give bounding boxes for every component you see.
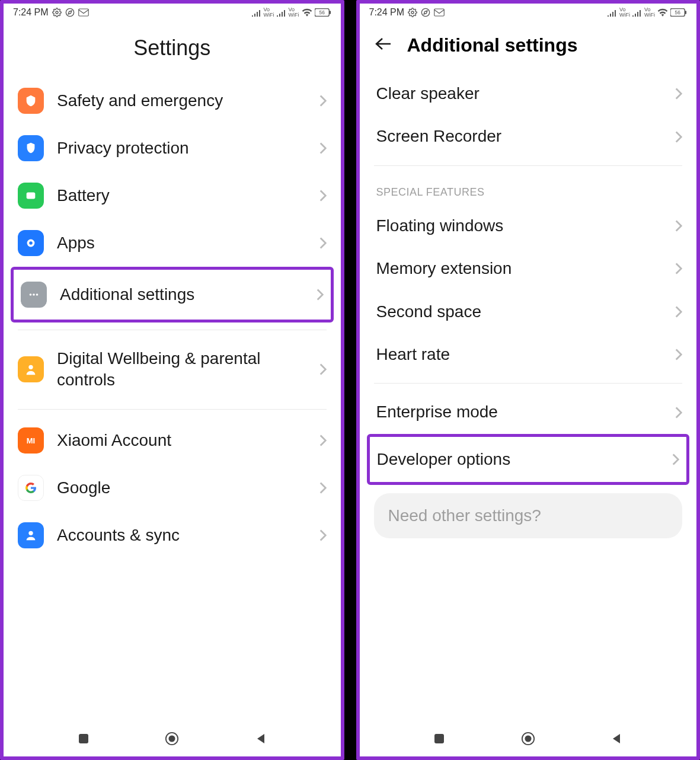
- wifi-icon: [302, 8, 312, 17]
- additional-settings-screen: 7:24 PM VoWiFi VoWiFi 56 Additional sett…: [356, 0, 701, 760]
- svg-point-1: [66, 8, 73, 16]
- divider: [18, 330, 327, 330]
- chevron-right-icon: [675, 349, 682, 360]
- settings-row-apps[interactable]: Apps: [13, 219, 331, 267]
- chevron-right-icon: [319, 435, 327, 446]
- nav-home-button[interactable]: [521, 732, 535, 746]
- svg-text:56: 56: [319, 9, 325, 15]
- nav-back-button[interactable]: [609, 732, 624, 746]
- additional-settings-list[interactable]: Clear speaker Screen Recorder SPECIAL FE…: [360, 72, 697, 723]
- settings-row-additional[interactable]: Additional settings: [14, 270, 331, 320]
- svg-rect-22: [434, 9, 445, 16]
- chevron-right-icon: [675, 306, 682, 318]
- gear-icon: [408, 8, 417, 17]
- settings-row-accounts[interactable]: Accounts & sync: [13, 512, 331, 559]
- chevron-right-icon: [675, 263, 682, 274]
- nav-recent-button[interactable]: [76, 732, 91, 746]
- svg-text:MI: MI: [27, 436, 35, 445]
- svg-point-12: [36, 293, 39, 296]
- status-bar: 7:24 PM VoWiFi VoWiFi 56: [360, 4, 697, 20]
- row-clear-speaker[interactable]: Clear speaker: [369, 72, 688, 115]
- status-time: 7:24 PM: [13, 7, 49, 18]
- search-hint[interactable]: Need other settings?: [374, 493, 683, 538]
- nav-back-button[interactable]: [254, 732, 268, 746]
- signal-icon-2: [632, 8, 642, 17]
- privacy-icon: [18, 135, 44, 161]
- nav-bar: [360, 723, 697, 756]
- vowifi-icon-2: VoWiFi: [289, 7, 299, 18]
- page-header: Settings: [4, 20, 341, 77]
- settings-screen: 7:24 PM VoWiFi VoWiFi 56 Settings Safety…: [0, 0, 344, 760]
- svg-point-28: [525, 735, 531, 742]
- svg-point-0: [56, 11, 58, 14]
- google-icon: [18, 475, 44, 501]
- status-time: 7:24 PM: [369, 7, 405, 18]
- chevron-right-icon: [319, 142, 327, 154]
- status-bar: 7:24 PM VoWiFi VoWiFi 56: [4, 4, 341, 20]
- page-title: Settings: [15, 36, 329, 60]
- svg-marker-2: [68, 11, 72, 14]
- svg-point-20: [421, 8, 429, 16]
- svg-rect-24: [685, 11, 686, 14]
- svg-rect-26: [434, 734, 444, 743]
- chevron-right-icon: [675, 88, 682, 100]
- safety-icon: [18, 88, 44, 114]
- row-floating-windows[interactable]: Floating windows: [369, 205, 688, 247]
- additional-icon: [21, 282, 47, 308]
- nav-recent-button[interactable]: [432, 732, 446, 746]
- nav-bar: [4, 723, 341, 756]
- settings-row-google[interactable]: Google: [13, 464, 331, 512]
- digital-icon: [18, 356, 44, 382]
- gmail-icon: [78, 8, 89, 17]
- wifi-icon: [657, 8, 668, 17]
- row-second-space[interactable]: Second space: [369, 290, 688, 333]
- battery-icon: 56: [670, 8, 687, 17]
- chevron-right-icon: [317, 289, 324, 301]
- chevron-right-icon: [319, 529, 327, 541]
- svg-rect-7: [27, 193, 36, 199]
- svg-rect-16: [79, 734, 88, 743]
- page-header: Additional settings: [360, 20, 697, 72]
- nav-home-button[interactable]: [165, 732, 179, 746]
- apps-icon: [18, 230, 44, 256]
- chevron-right-icon: [672, 454, 679, 465]
- svg-point-11: [33, 293, 35, 296]
- chevron-right-icon: [319, 363, 327, 375]
- divider: [374, 383, 683, 384]
- signal-icon: [608, 8, 617, 17]
- accounts-icon: [18, 522, 44, 548]
- page-title: Additional settings: [407, 34, 578, 56]
- svg-point-13: [28, 365, 33, 369]
- settings-row-safety[interactable]: Safety and emergency: [13, 77, 331, 124]
- svg-rect-3: [78, 9, 88, 16]
- row-screen-recorder[interactable]: Screen Recorder: [369, 115, 688, 158]
- settings-list[interactable]: Safety and emergency Privacy protection …: [4, 77, 341, 723]
- row-memory-extension[interactable]: Memory extension: [369, 247, 688, 290]
- divider: [374, 165, 683, 166]
- chevron-right-icon: [675, 131, 682, 143]
- battery-app-icon: [18, 183, 44, 209]
- svg-text:56: 56: [675, 9, 680, 15]
- settings-row-digital[interactable]: Digital Wellbeing & parental controls: [13, 337, 331, 402]
- highlight-additional: Additional settings: [11, 267, 334, 322]
- chevron-right-icon: [319, 482, 327, 494]
- svg-marker-21: [424, 11, 427, 14]
- row-heart-rate[interactable]: Heart rate: [369, 333, 688, 376]
- compass-icon: [65, 8, 75, 17]
- row-enterprise-mode[interactable]: Enterprise mode: [369, 391, 688, 433]
- row-developer-options[interactable]: Developer options: [370, 437, 687, 482]
- svg-point-19: [411, 11, 414, 14]
- vowifi-icon: VoWiFi: [619, 7, 630, 18]
- svg-point-18: [169, 735, 175, 742]
- svg-point-9: [29, 241, 33, 245]
- chevron-right-icon: [319, 190, 327, 202]
- vowifi-icon-2: VoWiFi: [644, 7, 655, 18]
- back-button[interactable]: [372, 32, 395, 58]
- highlight-developer: Developer options: [367, 434, 690, 485]
- settings-row-privacy[interactable]: Privacy protection: [13, 124, 331, 172]
- settings-row-xiaomi[interactable]: MI Xiaomi Account: [13, 417, 331, 464]
- chevron-right-icon: [675, 407, 682, 419]
- compass-icon: [421, 8, 430, 17]
- chevron-right-icon: [319, 237, 327, 249]
- settings-row-battery[interactable]: Battery: [13, 172, 331, 219]
